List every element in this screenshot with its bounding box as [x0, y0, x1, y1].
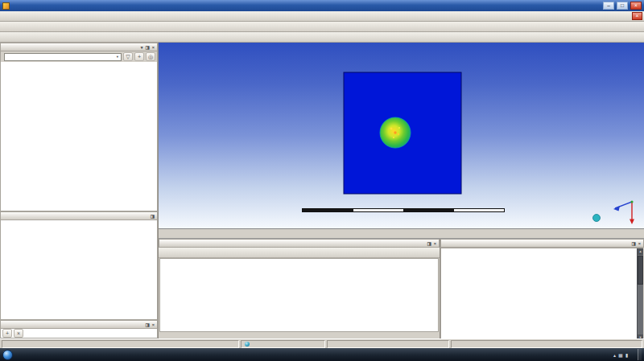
pin-icon[interactable]: ◨	[146, 322, 150, 327]
graph-panel-header: ◨ ×	[159, 239, 440, 248]
iso-ball-icon[interactable]	[593, 215, 601, 222]
section-planes-header: ◨ ×	[0, 320, 158, 329]
result-toolbar	[0, 32, 644, 43]
outline-panel-header: ▾ ◨ ×	[0, 43, 158, 51]
status-messages[interactable]	[241, 340, 325, 348]
start-button[interactable]	[2, 350, 13, 360]
tray-expand-icon[interactable]: ▴	[613, 352, 616, 358]
status-selection	[327, 340, 449, 348]
system-tray: ▴ ▦ ▮	[613, 349, 642, 360]
delete-section-plane-icon[interactable]: ×	[14, 329, 23, 338]
chevron-down-icon: ▾	[117, 55, 118, 59]
details-view	[0, 220, 158, 320]
triad-origin	[630, 200, 633, 203]
filter-funnel-icon[interactable]: ▽	[123, 52, 133, 61]
ansys-mechanical-window: – □ × × ▾ ◨ × ▾	[0, 0, 644, 361]
graphics-viewport[interactable]	[159, 43, 644, 229]
expand-all-icon[interactable]: +	[134, 52, 144, 61]
view-tab-bar	[159, 229, 644, 239]
right-panel: ◨ × ◨ ×	[159, 43, 644, 338]
tabular-scrollbar[interactable]: ▲ ▼	[637, 248, 643, 341]
volume-icon[interactable]: ▮	[625, 352, 628, 358]
title-bar: – □ ×	[0, 0, 644, 11]
details-panel-header: ◨	[0, 211, 158, 220]
outline-tree	[0, 62, 158, 211]
search-icon[interactable]: ◎	[146, 52, 155, 61]
scroll-up-icon[interactable]: ▲	[638, 248, 643, 255]
menu-bar: ×	[0, 11, 644, 22]
animation-toolbar	[159, 248, 440, 258]
pin-icon[interactable]: ◨	[151, 214, 155, 219]
tabular-data-header: ◨ ×	[440, 239, 644, 248]
panel-close-icon[interactable]: ×	[638, 241, 641, 246]
maximize-button[interactable]: □	[617, 2, 628, 10]
temperature-history-chart	[160, 259, 439, 328]
tabular-data-table	[440, 248, 643, 341]
message-ball-icon	[245, 342, 250, 347]
tabular-data-panel: ◨ × ▲ ▼	[440, 239, 644, 342]
model-geometry[interactable]	[334, 68, 471, 203]
bottom-panels: ◨ × ◨ ×	[159, 239, 644, 342]
close-button[interactable]: ×	[630, 2, 642, 10]
mdi-close-button[interactable]: ×	[632, 12, 642, 20]
left-panel: ▾ ◨ × ▾ ▽ + ◎ ◨	[0, 43, 159, 338]
network-icon[interactable]: ▦	[618, 352, 623, 358]
temperature-chart-area[interactable]	[159, 258, 439, 332]
status-bar	[0, 338, 644, 348]
section-planes-body: + ×	[0, 329, 158, 338]
x-axis-arrow	[630, 219, 634, 225]
main-area: ▾ ◨ × ▾ ▽ + ◎ ◨	[0, 43, 644, 338]
minimize-button[interactable]: –	[603, 2, 614, 10]
windows-taskbar: ▴ ▦ ▮	[0, 348, 644, 361]
z-axis-arrow	[613, 206, 620, 211]
orientation-triad[interactable]	[589, 196, 641, 227]
panel-close-icon[interactable]: ×	[152, 322, 155, 327]
panel-menu-icon[interactable]: ▾	[141, 45, 143, 50]
panel-close-icon[interactable]: ×	[434, 241, 436, 246]
graphics-options-toolbar	[0, 22, 644, 32]
outline-filter-bar: ▾ ▽ + ◎	[0, 51, 158, 62]
status-help	[2, 340, 239, 348]
status-units	[451, 340, 642, 348]
scale-ruler	[302, 207, 505, 219]
new-section-plane-icon[interactable]: +	[2, 329, 12, 338]
ruler-bar	[302, 208, 505, 212]
pin-icon[interactable]: ◨	[427, 241, 431, 246]
app-icon	[2, 2, 10, 10]
pin-icon[interactable]: ◨	[146, 45, 150, 50]
panel-close-icon[interactable]: ×	[152, 45, 155, 50]
filter-name-select[interactable]: ▾	[4, 53, 122, 61]
pin-icon[interactable]: ◨	[632, 241, 636, 246]
scroll-thumb[interactable]	[638, 256, 643, 285]
show-desktop-button[interactable]	[638, 349, 642, 360]
graph-panel: ◨ ×	[159, 239, 440, 342]
